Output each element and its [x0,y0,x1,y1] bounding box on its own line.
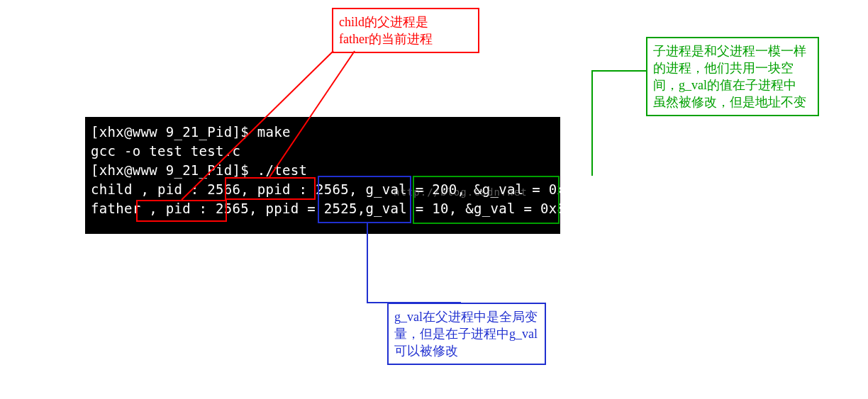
annotation-red-line2: father的当前进程 [339,30,472,47]
annotation-blue: g_val在父进程中是全局变 量，但是在子进程中g_val 可以被修改 [387,303,546,365]
annotation-green-line3: 间，g_val的值在子进程中 [653,77,812,94]
annotation-blue-line3: 可以被修改 [394,342,539,359]
annotation-red: child的父进程是 father的当前进程 [332,8,479,53]
annotation-blue-line2: 量，但是在子进程中g_val [394,325,539,342]
highlight-pid-father [136,200,227,222]
annotation-red-line1: child的父进程是 [339,13,472,30]
annotation-blue-line1: g_val在父进程中是全局变 [394,308,539,325]
highlight-gval [318,176,411,223]
annotation-green-line2: 的进程，他们共用一块空 [653,60,812,77]
annotation-green: 子进程是和父进程一模一样 的进程，他们共用一块空 间，g_val的值在子进程中 … [646,37,819,116]
highlight-ppid-child [225,177,316,200]
highlight-gval-addr [413,176,560,224]
annotation-green-line4: 虽然被修改，但是地址不变 [653,94,812,111]
annotation-green-line1: 子进程是和父进程一模一样 [653,43,812,60]
